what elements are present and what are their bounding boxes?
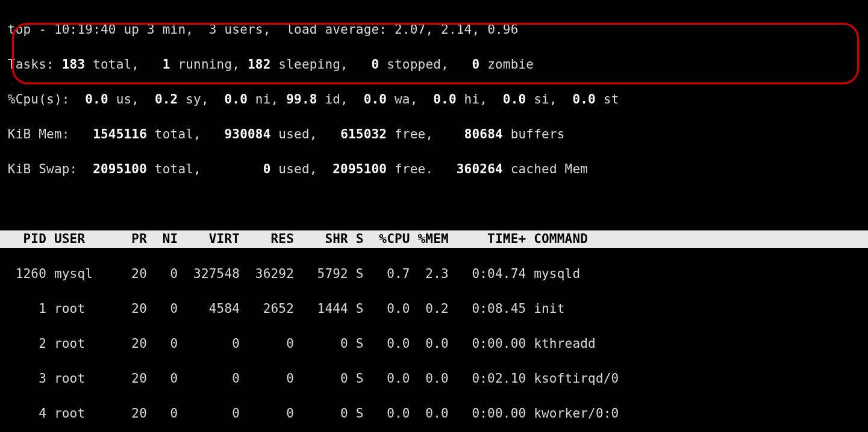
uptime-line: top - 10:19:40 up 3 min, 3 users, load a… xyxy=(0,21,868,39)
cpu-st-lbl: st xyxy=(596,92,619,106)
process-row: 1 root 20 0 4584 2652 1444 S 0.0 0.2 0:0… xyxy=(0,300,868,318)
swap-free-lbl: free. xyxy=(387,162,457,176)
cpu-us-lbl: us, xyxy=(108,92,155,106)
mem-prefix: KiB Mem: xyxy=(0,127,93,141)
swap-used: 0 xyxy=(263,162,271,176)
swap-line: KiB Swap: 2095100 total, 0 used, 2095100… xyxy=(0,161,868,178)
process-table-header: PID USER PR NI VIRT RES SHR S %CPU %MEM … xyxy=(0,230,868,248)
cpu-id: 99.8 xyxy=(286,92,317,106)
swap-cached: 360264 xyxy=(457,162,503,176)
process-row: 4 root 20 0 0 0 0 S 0.0 0.0 0:00.00 kwor… xyxy=(0,405,868,422)
tasks-total: 183 xyxy=(62,57,86,72)
uptime-up-lit: up xyxy=(116,22,147,37)
uptime-sep2: , load average: xyxy=(263,22,395,37)
tasks-stopped-lbl: stopped, xyxy=(379,57,472,72)
tasks-sleeping: 182 xyxy=(248,57,271,72)
tasks-zombie-lbl: zombie xyxy=(479,57,534,72)
process-row: 2 root 20 0 0 0 0 S 0.0 0.0 0:00.00 kthr… xyxy=(0,335,868,353)
tasks-running: 1 xyxy=(163,57,170,72)
tasks-zombie: 0 xyxy=(472,57,479,72)
mem-free: 615032 xyxy=(340,127,387,141)
process-row: 3 root 20 0 0 0 0 S 0.0 0.0 0:02.10 ksof… xyxy=(0,370,868,387)
uptime-duration: 3 min xyxy=(147,22,186,37)
tasks-line: Tasks: 183 total, 1 running, 182 sleepin… xyxy=(0,56,868,73)
uptime-users: 3 users xyxy=(209,22,263,37)
swap-total: 2095100 xyxy=(93,162,147,176)
tasks-sleeping-lbl: sleeping, xyxy=(271,57,372,72)
cpu-si: 0.0 xyxy=(503,92,526,106)
uptime-load: 2.07, 2.14, 0.96 xyxy=(395,22,519,37)
swap-prefix: KiB Swap: xyxy=(0,162,93,176)
mem-used-lbl: used, xyxy=(271,127,341,141)
cpu-ni-lbl: ni, xyxy=(248,92,286,106)
tasks-running-lbl: running, xyxy=(170,57,248,72)
mem-used: 930084 xyxy=(224,127,270,141)
cpu-st: 0.0 xyxy=(572,92,596,106)
tasks-total-lbl: total, xyxy=(85,57,162,72)
mem-total-lbl: total, xyxy=(147,127,224,141)
tasks-stopped: 0 xyxy=(372,57,379,72)
uptime-time: 10:19:40 xyxy=(54,22,116,37)
tasks-prefix: Tasks: xyxy=(0,57,62,72)
mem-buffers: 80684 xyxy=(464,127,503,141)
terminal-output: top - 10:19:40 up 3 min, 3 users, load a… xyxy=(0,0,868,432)
process-row: 1260 mysql 20 0 327548 36292 5792 S 0.7 … xyxy=(0,265,868,283)
blank-line xyxy=(0,196,868,213)
mem-free-lbl: free, xyxy=(387,127,464,141)
cpu-hi: 0.0 xyxy=(433,92,457,106)
cpu-id-lbl: id, xyxy=(317,92,364,106)
uptime-prefix: top - xyxy=(0,22,54,37)
mem-line: KiB Mem: 1545116 total, 930084 used, 615… xyxy=(0,126,868,143)
swap-cached-lbl: cached Mem xyxy=(503,162,588,176)
cpu-wa-lbl: wa, xyxy=(387,92,433,106)
mem-buffers-lbl: buffers xyxy=(503,127,565,141)
cpu-sy: 0.2 xyxy=(155,92,178,106)
swap-total-lbl: total, xyxy=(147,162,263,176)
cpu-ni: 0.0 xyxy=(224,92,248,106)
cpu-si-lbl: si, xyxy=(526,92,572,106)
cpu-prefix: %Cpu(s): xyxy=(0,92,85,106)
swap-used-lbl: used, xyxy=(271,162,333,176)
uptime-sep1: , xyxy=(186,22,209,37)
cpu-us: 0.0 xyxy=(85,92,108,106)
cpu-wa: 0.0 xyxy=(364,92,387,106)
mem-total: 1545116 xyxy=(93,127,147,141)
swap-free: 2095100 xyxy=(333,162,387,176)
cpu-sy-lbl: sy, xyxy=(178,92,224,106)
cpu-line: %Cpu(s): 0.0 us, 0.2 sy, 0.0 ni, 99.8 id… xyxy=(0,91,868,108)
cpu-hi-lbl: hi, xyxy=(457,92,503,106)
